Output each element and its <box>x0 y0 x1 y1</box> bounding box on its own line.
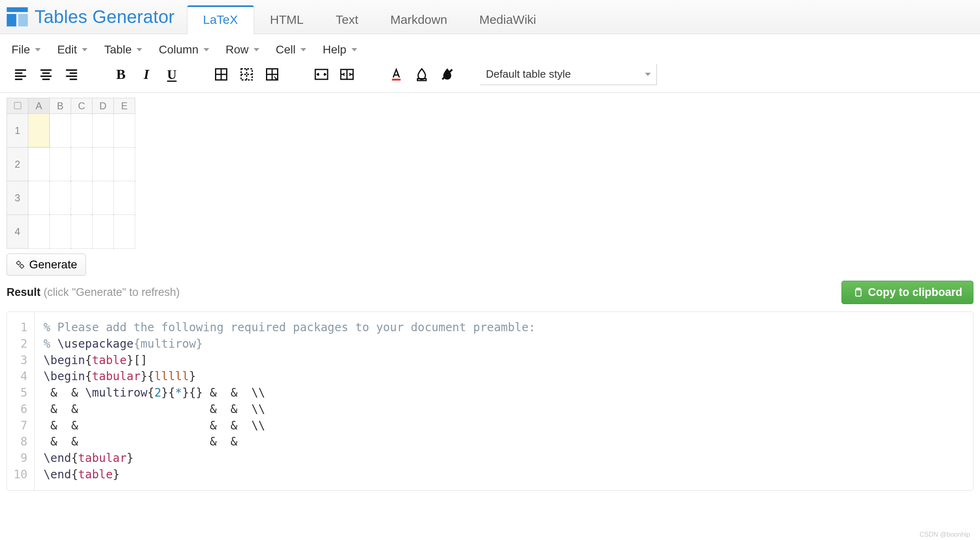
fill-color-icon[interactable] <box>413 65 431 83</box>
menu-table[interactable]: Table <box>104 43 142 56</box>
border-all-icon[interactable] <box>212 65 230 83</box>
menu-label: Row <box>226 43 249 56</box>
menu-file[interactable]: File <box>12 43 41 56</box>
cell-A3[interactable] <box>28 181 50 215</box>
row-header-3[interactable]: 3 <box>7 181 28 215</box>
cell-C3[interactable] <box>71 181 92 215</box>
tab-mediawiki[interactable]: MediaWiki <box>463 5 552 34</box>
menu-row[interactable]: Row <box>226 43 259 56</box>
result-title-strong: Result <box>7 286 41 298</box>
caret-icon <box>300 48 306 51</box>
merge-cells-icon[interactable] <box>312 65 331 83</box>
svg-point-31 <box>20 265 23 268</box>
table-editor: A B C D E 1234 <box>0 98 980 249</box>
row-header-1[interactable]: 1 <box>7 114 28 148</box>
caret-icon <box>82 48 88 51</box>
cell-E1[interactable] <box>114 114 135 148</box>
svg-point-30 <box>17 261 20 265</box>
gears-icon <box>15 260 25 270</box>
svg-rect-1 <box>7 14 16 26</box>
menu-help[interactable]: Help <box>323 43 357 56</box>
cell-E3[interactable] <box>114 181 135 215</box>
table-style-dropdown[interactable]: Default table style <box>480 64 657 85</box>
underline-icon[interactable]: U <box>163 65 181 83</box>
cell-C2[interactable] <box>71 148 92 181</box>
copy-to-clipboard-button[interactable]: Copy to clipboard <box>841 281 974 304</box>
split-cells-icon[interactable] <box>338 65 356 83</box>
align-right-icon[interactable] <box>62 65 81 83</box>
menu-edit[interactable]: Edit <box>57 43 88 56</box>
clear-format-icon[interactable] <box>438 65 456 83</box>
toolbar: B I U Default table style <box>0 60 980 93</box>
editor-grid[interactable]: A B C D E 1234 <box>7 98 135 249</box>
generate-label: Generate <box>29 258 77 271</box>
row-header-4[interactable]: 4 <box>7 215 28 249</box>
brand-link[interactable]: Tables Generator <box>6 0 175 34</box>
generate-button[interactable]: Generate <box>7 254 86 276</box>
col-header-d[interactable]: D <box>92 98 114 114</box>
menu-label: Cell <box>276 43 296 56</box>
menu-cell[interactable]: Cell <box>276 43 306 56</box>
menu-label: Column <box>159 43 198 56</box>
menu-label: Table <box>104 43 132 56</box>
format-tabs: LaTeX HTML Text Markdown MediaWiki <box>187 0 552 34</box>
clipboard-icon <box>853 287 863 298</box>
cell-B4[interactable] <box>50 215 71 249</box>
cell-B3[interactable] <box>50 181 71 215</box>
result-row: Result (click "Generate" to refresh) Cop… <box>0 278 980 307</box>
tab-html[interactable]: HTML <box>254 5 320 34</box>
menu-column[interactable]: Column <box>159 43 209 56</box>
cell-B1[interactable] <box>50 114 71 148</box>
col-header-e[interactable]: E <box>114 98 135 114</box>
cell-E4[interactable] <box>114 215 135 249</box>
cell-C4[interactable] <box>71 215 92 249</box>
caret-icon <box>645 73 651 76</box>
svg-rect-33 <box>856 288 860 290</box>
menu-label: Edit <box>57 43 77 56</box>
italic-icon[interactable]: I <box>137 65 155 83</box>
cell-D4[interactable] <box>92 215 114 249</box>
cell-A4[interactable] <box>28 215 50 249</box>
select-all-corner[interactable] <box>7 98 28 114</box>
code-text: % Please add the following required pack… <box>35 312 545 490</box>
bold-icon[interactable]: B <box>112 65 130 83</box>
cell-A2[interactable] <box>28 148 50 181</box>
svg-rect-27 <box>392 79 401 81</box>
col-header-c[interactable]: C <box>71 98 92 114</box>
border-dashed-icon[interactable] <box>238 65 256 83</box>
svg-rect-2 <box>18 14 28 26</box>
cell-A1[interactable] <box>28 114 50 148</box>
copy-label: Copy to clipboard <box>868 286 963 299</box>
menubar: File Edit Table Column Row Cell Help <box>0 34 980 60</box>
caret-icon <box>136 48 142 51</box>
svg-rect-0 <box>7 7 28 12</box>
col-header-a[interactable]: A <box>28 98 50 114</box>
border-pick-icon[interactable] <box>263 65 281 83</box>
menu-label: Help <box>323 43 347 56</box>
top-bar: Tables Generator LaTeX HTML Text Markdow… <box>0 0 980 34</box>
logo-icon <box>6 5 29 28</box>
cell-C1[interactable] <box>71 114 92 148</box>
tab-text[interactable]: Text <box>319 5 374 34</box>
cell-E2[interactable] <box>114 148 135 181</box>
tab-latex[interactable]: LaTeX <box>187 5 254 34</box>
style-dropdown-label: Default table style <box>486 68 571 81</box>
align-left-icon[interactable] <box>12 65 30 83</box>
cell-D1[interactable] <box>92 114 114 148</box>
result-title: Result (click "Generate" to refresh) <box>7 286 180 299</box>
tab-markdown[interactable]: Markdown <box>374 5 463 34</box>
line-gutter: 12345678910 <box>7 312 35 490</box>
col-header-b[interactable]: B <box>50 98 71 114</box>
caret-icon <box>203 48 209 51</box>
cell-B2[interactable] <box>50 148 71 181</box>
cell-D2[interactable] <box>92 148 114 181</box>
generate-row: Generate <box>0 249 980 278</box>
code-output[interactable]: 12345678910 % Please add the following r… <box>7 312 973 491</box>
text-color-icon[interactable] <box>387 65 405 83</box>
checkbox-icon <box>14 102 21 109</box>
caret-icon <box>35 48 41 51</box>
result-hint: (click "Generate" to refresh) <box>44 286 180 298</box>
align-center-icon[interactable] <box>37 65 55 83</box>
cell-D3[interactable] <box>92 181 114 215</box>
row-header-2[interactable]: 2 <box>7 148 28 181</box>
